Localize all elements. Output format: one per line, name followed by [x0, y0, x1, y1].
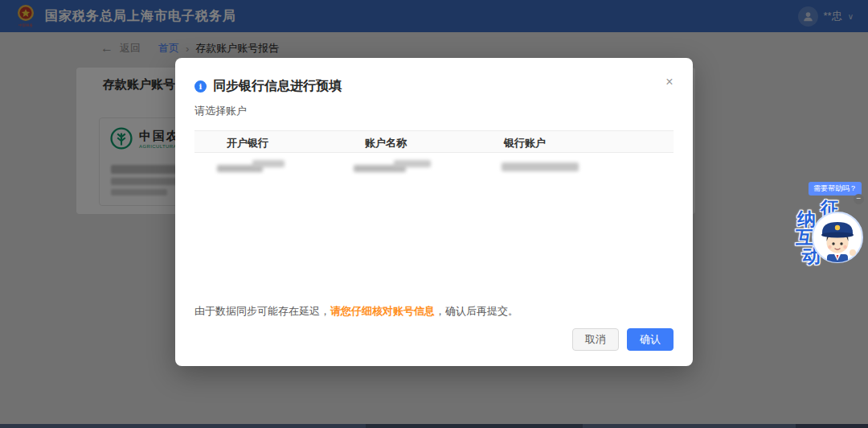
- sync-bank-info-dialog: i 同步银行信息进行预填 × 请选择账户 开户银行 账户名称 银行账户 由于数据…: [175, 58, 693, 366]
- column-header-account-name: 账户名称: [365, 136, 407, 150]
- confirm-button[interactable]: 确认: [627, 328, 674, 351]
- cancel-button[interactable]: 取消: [572, 328, 619, 351]
- column-header-bank-account: 银行账户: [504, 136, 546, 150]
- dialog-title: 同步银行信息进行预填: [213, 78, 342, 95]
- info-icon: i: [194, 80, 207, 93]
- minimize-button[interactable]: −: [854, 194, 864, 204]
- notice-highlight: 请您仔细核对账号信息: [330, 305, 435, 317]
- table-header-row: 开户银行 账户名称 银行账户: [194, 130, 674, 153]
- redacted-bank-account-cell: [502, 160, 579, 173]
- mascot-officer-icon[interactable]: [811, 211, 864, 264]
- sync-delay-notice: 由于数据同步可能存在延迟，请您仔细核对账号信息，确认后再提交。: [194, 304, 518, 319]
- account-table: 开户银行 账户名称 银行账户: [194, 130, 674, 182]
- redacted-bank-cell: [217, 160, 285, 173]
- table-row[interactable]: [194, 153, 674, 182]
- column-header-bank: 开户银行: [227, 136, 268, 150]
- assistant-tooltip[interactable]: 需要帮助吗？: [809, 182, 862, 195]
- tax-assistant-widget[interactable]: 需要帮助吗？ − 征 纳 互 动: [792, 179, 868, 275]
- close-icon[interactable]: ×: [662, 76, 677, 88]
- notice-prefix: 由于数据同步可能存在延迟，: [194, 305, 330, 317]
- notice-suffix: ，确认后再提交。: [435, 305, 518, 317]
- dialog-subtitle: 请选择账户: [194, 104, 247, 118]
- app-window: 中国税务 国家税务总局上海市电子税务局 **忠 ∨ ← 返回 首页 › 存款账户…: [0, 0, 868, 428]
- redacted-account-name-cell: [354, 160, 431, 173]
